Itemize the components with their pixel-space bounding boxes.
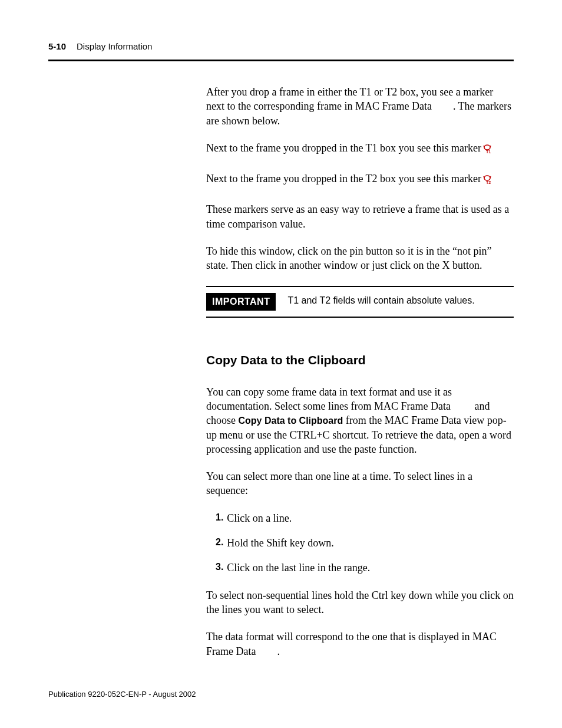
page-header: 5-10 Display Information bbox=[48, 41, 514, 57]
t2-marker-text: Next to the frame you dropped in the T2 … bbox=[206, 172, 481, 186]
paragraph: You can copy some frame data in text for… bbox=[206, 385, 514, 456]
step-text: Click on the last line in the range. bbox=[227, 561, 370, 575]
t1-marker-text: Next to the frame you dropped in the T1 … bbox=[206, 141, 481, 155]
section-name: Display Information bbox=[77, 41, 152, 51]
paragraph: After you drop a frame in either the T1 … bbox=[206, 85, 514, 128]
step-number: 1. bbox=[216, 511, 223, 525]
paragraph: The data format will correspond to the o… bbox=[206, 630, 514, 658]
step-number: 2. bbox=[216, 536, 223, 550]
important-callout: IMPORTANT T1 and T2 fields will contain … bbox=[206, 286, 514, 318]
list-item: 1.Click on a line. bbox=[216, 511, 514, 525]
step-text: Click on a line. bbox=[227, 511, 292, 525]
step-number: 3. bbox=[216, 561, 223, 575]
svg-text:T1: T1 bbox=[486, 150, 491, 154]
page-number: 5-10 bbox=[48, 41, 66, 51]
main-content: After you drop a frame in either the T1 … bbox=[206, 85, 514, 658]
menu-command-label: Copy Data to Clipboard bbox=[238, 416, 343, 426]
svg-point-0 bbox=[484, 145, 490, 150]
list-item: 2.Hold the Shift key down. bbox=[216, 536, 514, 550]
t2-marker-line: Next to the frame you dropped in the T2 … bbox=[206, 172, 514, 186]
step-text: Hold the Shift key down. bbox=[227, 536, 334, 550]
t1-marker-icon: T1 bbox=[482, 143, 492, 153]
paragraph: To select non-sequential lines hold the … bbox=[206, 588, 514, 617]
list-item: 3.Click on the last line in the range. bbox=[216, 561, 514, 575]
svg-text:T2: T2 bbox=[486, 180, 491, 185]
important-text: T1 and T2 fields will contain absolute v… bbox=[287, 293, 474, 307]
header-rule bbox=[48, 60, 514, 61]
t1-marker-line: Next to the frame you dropped in the T1 … bbox=[206, 141, 514, 155]
t2-marker-icon: T2 bbox=[482, 174, 492, 183]
steps-list: 1.Click on a line. 2.Hold the Shift key … bbox=[216, 511, 514, 575]
subheading-copy-data: Copy Data to the Clipboard bbox=[206, 353, 514, 367]
page: 5-10 Display Information After you drop … bbox=[0, 0, 562, 728]
paragraph: These markers serve as an easy way to re… bbox=[206, 202, 514, 231]
publication-footer: Publication 9220-052C-EN-P - August 2002 bbox=[48, 690, 196, 699]
paragraph: You can select more than one line at a t… bbox=[206, 469, 514, 498]
svg-point-2 bbox=[484, 176, 490, 180]
paragraph: To hide this window, click on the pin bu… bbox=[206, 244, 514, 273]
important-label: IMPORTANT bbox=[206, 293, 276, 311]
